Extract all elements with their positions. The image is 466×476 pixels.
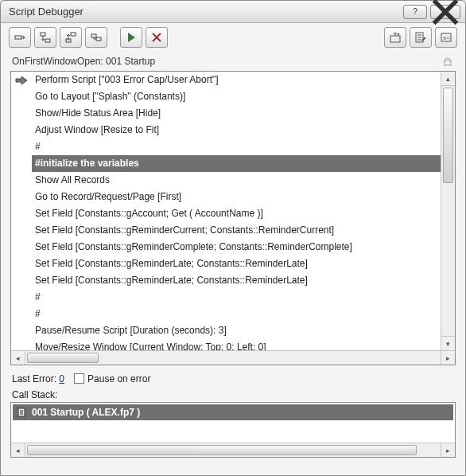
lock-icon <box>441 55 454 68</box>
step-over-button[interactable] <box>9 27 31 48</box>
callstack-horizontal-scrollbar[interactable]: ◂ ▸ <box>11 443 455 457</box>
scroll-down-button[interactable]: ▾ <box>441 336 455 350</box>
scroll-thumb-horizontal[interactable] <box>27 353 99 363</box>
script-line[interactable]: # <box>32 306 441 322</box>
script-line[interactable]: Adjust Window [Resize to Fit] <box>32 122 441 139</box>
step-out-icon <box>64 31 77 44</box>
callstack-item[interactable]: 001 Startup ( ALEX.fp7 ) <box>13 404 453 420</box>
script-line[interactable]: Set Field [Constants::gAccount; Get ( Ac… <box>32 205 441 222</box>
window-title: Script Debugger <box>9 6 400 18</box>
script-line[interactable]: Show All Records <box>32 172 441 189</box>
vertical-scrollbar[interactable]: ▴ ▾ <box>441 72 455 350</box>
callstack-label: Call Stack: <box>1 388 465 402</box>
svg-text:x=: x= <box>443 34 450 41</box>
stop-button[interactable] <box>146 27 168 48</box>
stop-icon <box>150 31 163 44</box>
step-over-icon <box>14 31 26 44</box>
script-steps-pane: Perform Script ["003 Error Cap/User Abor… <box>10 71 456 365</box>
current-step-arrow-icon <box>14 72 29 88</box>
close-icon <box>431 0 460 26</box>
scroll-right-button[interactable]: ▸ <box>441 443 455 457</box>
step-button[interactable] <box>85 27 107 48</box>
script-line[interactable]: Go to Record/Request/Page [First] <box>32 189 441 205</box>
svg-rect-2 <box>45 39 50 42</box>
script-lines-list[interactable]: Perform Script ["003 Error Cap/User Abor… <box>32 72 441 350</box>
callstack-list[interactable]: 001 Startup ( ALEX.fp7 ) <box>11 403 455 443</box>
checkbox-icon <box>74 373 84 384</box>
svg-rect-3 <box>71 33 76 36</box>
help-button[interactable]: ? <box>403 5 427 19</box>
callstack-pane: 001 Startup ( ALEX.fp7 ) ◂ ▸ <box>10 402 456 458</box>
script-line[interactable]: Show/Hide Status Area [Hide] <box>32 105 441 122</box>
play-icon <box>125 31 138 44</box>
svg-point-8 <box>398 33 399 35</box>
script-line[interactable]: Pause/Resume Script [Duration (seconds):… <box>32 322 441 339</box>
scroll-right-button[interactable]: ▸ <box>441 351 455 365</box>
pause-on-error-checkbox[interactable]: Pause on error <box>74 373 150 384</box>
edit-script-icon <box>414 31 427 44</box>
close-button[interactable] <box>430 5 460 19</box>
scroll-left-button[interactable]: ◂ <box>11 443 25 457</box>
script-debugger-window: Script Debugger ? <box>0 0 466 476</box>
scroll-up-button[interactable]: ▴ <box>441 72 455 86</box>
open-script-button[interactable] <box>384 27 406 48</box>
step-into-button[interactable] <box>34 27 56 48</box>
step-out-button[interactable] <box>60 27 82 48</box>
script-line[interactable]: #initialize the variables <box>32 155 441 172</box>
last-error: Last Error: 0 <box>12 373 64 384</box>
last-error-label: Last Error: <box>12 373 56 384</box>
last-error-value[interactable]: 0 <box>59 373 64 384</box>
script-line[interactable]: Move/Resize Window [Current Window; Top:… <box>32 339 441 350</box>
script-line[interactable]: Set Field [Constants::gReminderLate; Con… <box>32 256 441 272</box>
open-script-icon <box>389 31 402 44</box>
script-line[interactable]: Perform Script ["003 Error Cap/User Abor… <box>32 72 441 88</box>
data-viewer-icon: x= <box>440 31 452 44</box>
script-name-row: OnFirstWindowOpen: 001 Startup <box>1 52 465 69</box>
script-icon <box>17 408 27 417</box>
script-line[interactable]: # <box>32 139 441 155</box>
script-name-label: OnFirstWindowOpen: 001 Startup <box>12 56 155 67</box>
titlebar: Script Debugger ? <box>1 1 465 23</box>
help-icon: ? <box>413 7 417 16</box>
horizontal-scrollbar[interactable]: ◂ ▸ <box>11 350 455 365</box>
pause-on-error-label: Pause on error <box>87 373 150 384</box>
scroll-left-button[interactable]: ◂ <box>11 351 25 365</box>
svg-rect-5 <box>91 34 96 37</box>
svg-rect-0 <box>15 36 21 39</box>
script-line[interactable]: Go to Layout ["Splash" (Constants)] <box>32 88 441 105</box>
callstack-item-label: 001 Startup ( ALEX.fp7 ) <box>32 407 140 418</box>
svg-rect-7 <box>390 36 400 42</box>
run-button[interactable] <box>120 27 142 48</box>
script-line[interactable]: Set Field [Constants::gReminderLate; Con… <box>32 272 441 289</box>
svg-rect-12 <box>445 60 451 65</box>
scroll-thumb-horizontal[interactable] <box>27 445 417 455</box>
script-gutter <box>11 72 32 350</box>
script-line[interactable]: Set Field [Constants::gReminderCurrent; … <box>32 222 441 239</box>
script-line[interactable]: # <box>32 289 441 306</box>
svg-rect-1 <box>41 33 45 36</box>
scroll-thumb-vertical[interactable] <box>443 88 453 183</box>
data-viewer-button[interactable]: x= <box>435 27 457 48</box>
script-line[interactable]: Set Field [Constants::gReminderComplete;… <box>32 239 441 256</box>
step-icon <box>90 31 103 44</box>
toolbar: x= <box>1 23 465 52</box>
step-into-icon <box>39 31 52 44</box>
svg-rect-6 <box>96 37 101 41</box>
edit-script-button[interactable] <box>410 27 432 48</box>
status-row: Last Error: 0 Pause on error <box>1 370 465 388</box>
